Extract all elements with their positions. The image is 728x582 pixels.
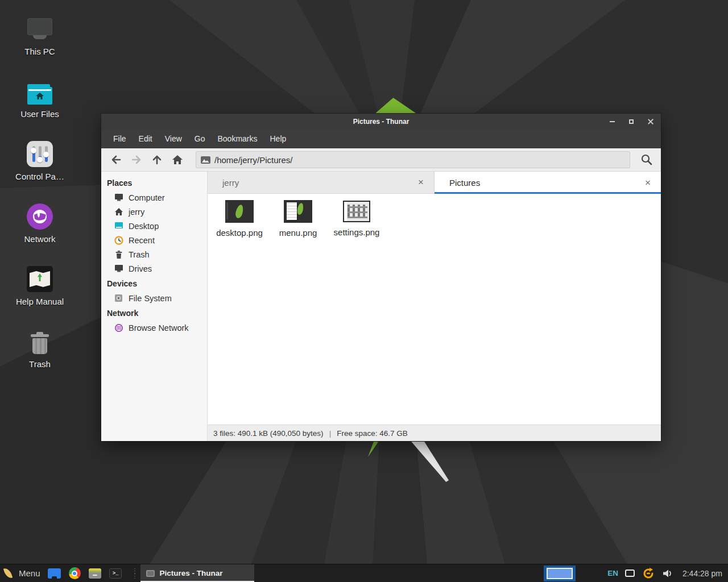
home-icon: [114, 207, 123, 217]
menu-button[interactable]: Menu: [19, 568, 40, 578]
sidebar-item-trash[interactable]: Trash: [101, 247, 207, 261]
chrome-launcher[interactable]: [68, 567, 81, 580]
file-settings-png[interactable]: settings.png: [328, 200, 385, 237]
file-desktop-png[interactable]: desktop.png: [211, 200, 268, 238]
sidebar-item-drives[interactable]: Drives: [101, 261, 207, 276]
tasklist-handle[interactable]: ⋮⋮: [132, 568, 138, 579]
sidebar-item-label: Recent: [129, 236, 155, 245]
file-name: settings.png: [334, 227, 380, 237]
window-controls: [606, 114, 656, 130]
menu-view[interactable]: View: [159, 130, 188, 148]
sliders-icon: [27, 141, 53, 167]
tab-pictures[interactable]: Pictures ×: [435, 172, 661, 194]
sidebar-item-jerry[interactable]: jerry: [101, 205, 207, 219]
forward-arrow-icon: [130, 153, 143, 166]
file-manager-icon: [48, 568, 61, 579]
maximize-icon: [629, 119, 634, 124]
tab-jerry[interactable]: jerry ×: [208, 172, 435, 194]
home-icon: [171, 153, 184, 166]
desktop-icon-trash[interactable]: Trash: [5, 324, 75, 386]
window-title: Pictures - Thunar: [101, 114, 661, 130]
globe-icon: [27, 203, 53, 230]
sidebar-item-label: Desktop: [129, 222, 159, 231]
forward-button[interactable]: [126, 151, 147, 169]
desktop-icon-label: Help Manual: [16, 297, 64, 306]
back-button[interactable]: [106, 151, 126, 169]
titlebar[interactable]: Pictures - Thunar: [101, 114, 661, 130]
desktop-icon-user-files[interactable]: User Files: [5, 74, 75, 136]
sidebar-item-label: Browse Network: [129, 323, 189, 332]
sidebar-item-file-system[interactable]: File System: [101, 291, 207, 305]
active-workspace[interactable]: [547, 568, 573, 579]
up-button[interactable]: [147, 151, 167, 169]
image-thumbnail: [284, 200, 312, 223]
path-bar[interactable]: /home/jerry/Pictures/: [196, 151, 630, 168]
taskbar-left: Menu >_ ⋮⋮: [0, 564, 138, 582]
desktop-display-icon: [114, 221, 123, 231]
up-arrow-icon: [151, 153, 163, 166]
close-button[interactable]: [645, 116, 656, 127]
sidebar-item-label: Computer: [129, 193, 165, 202]
terminal-launcher[interactable]: >_: [109, 567, 122, 580]
desktop-icon-help-manual[interactable]: Help Manual: [5, 261, 75, 324]
desktop-icon-control-panel[interactable]: Control Pa…: [5, 136, 75, 199]
workspace-switcher[interactable]: [544, 566, 576, 581]
taskbar: Menu >_ ⋮⋮ Pictures - Thunar EN: [0, 564, 728, 582]
sidebar-item-label: Drives: [129, 264, 152, 273]
home-folder-icon: [27, 84, 52, 105]
status-bar: 3 files: 490.1 kB (490,050 bytes) | Free…: [208, 425, 661, 441]
minimize-button[interactable]: [606, 116, 618, 127]
file-menu-png[interactable]: menu.png: [270, 200, 326, 238]
sidebar-item-label: Trash: [129, 250, 150, 259]
tab-close-icon[interactable]: ×: [416, 177, 426, 188]
computer-icon: [114, 193, 123, 202]
wallpaper-green-sliver: [367, 441, 378, 457]
minimize-icon: [610, 121, 615, 122]
display-tray-icon[interactable]: [625, 569, 635, 577]
wallpaper-green-leaf: [374, 98, 417, 114]
back-arrow-icon: [110, 153, 122, 166]
home-button[interactable]: [167, 151, 188, 169]
file-pane: jerry × Pictures × desktop.png: [208, 172, 661, 441]
menubar: File Edit View Go Bookmarks Help: [101, 130, 661, 148]
sidebar-item-recent[interactable]: Recent: [101, 233, 207, 247]
image-thumbnail: [225, 200, 254, 223]
sidebar-item-browse-network[interactable]: Browse Network: [101, 321, 207, 335]
maximize-button[interactable]: [626, 116, 637, 127]
window-thumbnail-icon: [146, 570, 155, 577]
close-icon: [648, 119, 653, 124]
search-icon: [640, 153, 653, 167]
menu-go[interactable]: Go: [188, 130, 212, 148]
clock[interactable]: 2:44:28 pm: [682, 569, 722, 578]
desktop-icon-network[interactable]: Network: [5, 199, 75, 261]
archive-launcher[interactable]: [89, 567, 102, 580]
network-globe-icon: [114, 323, 123, 332]
chrome-icon: [69, 567, 81, 579]
tab-close-icon[interactable]: ×: [643, 177, 653, 189]
volume-icon[interactable]: [662, 568, 673, 579]
desktop-icon-label: Network: [24, 234, 55, 244]
sidebar-section-devices: Devices: [101, 276, 207, 291]
status-files-summary: 3 files: 490.1 kB (490,050 bytes): [213, 429, 324, 438]
sidebar-section-network: Network: [101, 305, 207, 321]
taskbar-right: EN 2:44:28 pm: [544, 564, 728, 582]
wallpaper-white-blade: [410, 441, 449, 482]
file-manager-launcher[interactable]: [48, 567, 61, 580]
menu-edit[interactable]: Edit: [133, 130, 159, 148]
sidebar-item-desktop[interactable]: Desktop: [101, 219, 207, 233]
status-separator: |: [329, 429, 332, 438]
desktop-icon-column: This PC User Files Control Pa…: [5, 11, 75, 386]
menu-help[interactable]: Help: [264, 130, 293, 148]
clock-icon: [114, 235, 123, 245]
sidebar-item-label: File System: [129, 294, 172, 303]
menu-leaf-icon[interactable]: [3, 567, 13, 579]
sidebar-item-computer[interactable]: Computer: [101, 190, 207, 205]
keyboard-layout-indicator[interactable]: EN: [607, 569, 618, 577]
menu-file[interactable]: File: [107, 130, 133, 148]
task-button-thunar[interactable]: Pictures - Thunar: [140, 564, 254, 582]
menu-bookmarks[interactable]: Bookmarks: [211, 130, 263, 148]
update-manager-icon[interactable]: [642, 567, 655, 580]
search-button[interactable]: [637, 151, 656, 169]
trash-icon: [114, 250, 123, 259]
desktop-icon-this-pc[interactable]: This PC: [5, 11, 75, 74]
